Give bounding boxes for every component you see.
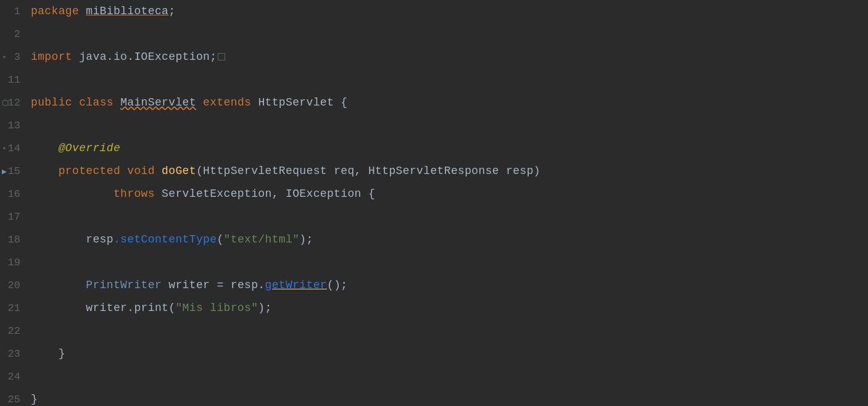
token: ; — [168, 5, 175, 17]
code-line: 25} — [0, 388, 868, 406]
code-line: •14 @Override — [0, 137, 868, 160]
token: ); — [258, 302, 271, 314]
token: extends — [196, 96, 258, 109]
import-collapse-icon[interactable] — [218, 53, 225, 60]
code-line: 1package miBiblioteca; — [0, 0, 868, 23]
token: throws — [31, 188, 162, 200]
token: { — [362, 188, 375, 200]
line-content: throws ServletException, IOException { — [28, 183, 375, 205]
token: getWriter — [265, 279, 327, 291]
line-number: 25 — [0, 388, 28, 406]
line-number: 19 — [0, 251, 28, 274]
token: (); — [327, 279, 348, 291]
code-line: ⬡12public class MainServlet extends Http… — [0, 91, 868, 114]
code-line: 21 writer.print("Mis libros"); — [0, 297, 868, 320]
line-content: writer.print("Mis libros"); — [28, 297, 272, 320]
line-number: 21 — [0, 297, 28, 320]
line-number: 17 — [0, 205, 28, 228]
line-number: 20 — [0, 274, 28, 297]
token: = resp. — [210, 279, 265, 291]
code-line: 19 — [0, 251, 868, 274]
line-content: import java.io.IOException; — [28, 46, 225, 68]
token: miBiblioteca — [86, 5, 168, 17]
line-number: 1 — [0, 0, 28, 23]
code-line: 22 — [0, 320, 868, 342]
line-content: protected void doGet(HttpServletRequest … — [28, 160, 540, 183]
token: void — [127, 165, 162, 177]
token: ServletException, IOException — [162, 188, 362, 200]
code-line: 23 } — [0, 342, 868, 365]
line-content: PrintWriter writer = resp.getWriter(); — [28, 274, 348, 297]
line-content: @Override — [28, 137, 120, 160]
line-number: 23 — [0, 342, 28, 365]
line-number: 18 — [0, 228, 28, 251]
token: ); — [299, 233, 313, 246]
code-editor: 1package miBiblioteca;2•3import java.io.… — [0, 0, 868, 406]
code-line: 16 throws ServletException, IOException … — [0, 183, 868, 205]
token: doGet — [162, 165, 196, 177]
arrow-icon: ▶ — [2, 160, 7, 183]
token: import — [31, 51, 79, 63]
token: protected — [31, 165, 127, 177]
token: "Mis libros" — [175, 302, 258, 314]
line-content: } — [28, 388, 38, 406]
token: { — [334, 96, 347, 109]
line-number: 11 — [0, 68, 28, 91]
line-number: 16 — [0, 183, 28, 205]
token: (HttpServletRequest req, HttpServletResp… — [196, 165, 540, 177]
code-line: 11 — [0, 68, 868, 91]
line-content: package miBiblioteca; — [28, 0, 175, 23]
token: PrintWriter — [31, 279, 168, 291]
token: java.io.IOException — [79, 51, 210, 63]
token: public — [31, 96, 79, 109]
token: writer — [168, 279, 210, 291]
code-line: 18 resp.setContentType("text/html"); — [0, 228, 868, 251]
dot-icon: • — [2, 137, 7, 160]
code-line: 17 — [0, 205, 868, 228]
code-line: 24 — [0, 365, 868, 388]
token: .print( — [127, 302, 175, 314]
dot-icon: • — [2, 46, 7, 68]
token: @Override — [31, 142, 120, 154]
line-number: 22 — [0, 320, 28, 342]
line-content: } — [28, 342, 65, 365]
line-content: public class MainServlet extends HttpSer… — [28, 91, 347, 114]
token: HttpServlet — [258, 96, 334, 109]
token: } — [31, 393, 38, 405]
token: resp — [31, 233, 114, 246]
token: "text/html" — [224, 233, 300, 246]
bean-icon: ⬡ — [2, 91, 9, 114]
token: .setContentType — [114, 233, 217, 246]
token: MainServlet — [120, 96, 196, 109]
token: } — [31, 347, 65, 360]
code-line: ▶15 protected void doGet(HttpServletRequ… — [0, 160, 868, 183]
token: ( — [217, 233, 223, 246]
code-line: 20 PrintWriter writer = resp.getWriter()… — [0, 274, 868, 297]
code-line: 2 — [0, 23, 868, 46]
line-number: 24 — [0, 365, 28, 388]
token: package — [31, 5, 86, 17]
token: ; — [210, 51, 217, 63]
line-number: 2 — [0, 23, 28, 46]
line-content: resp.setContentType("text/html"); — [28, 228, 313, 251]
code-line: •3import java.io.IOException; — [0, 46, 868, 68]
token: writer — [31, 302, 127, 314]
code-line: 13 — [0, 114, 868, 137]
line-number: 13 — [0, 114, 28, 137]
token: class — [79, 96, 120, 109]
